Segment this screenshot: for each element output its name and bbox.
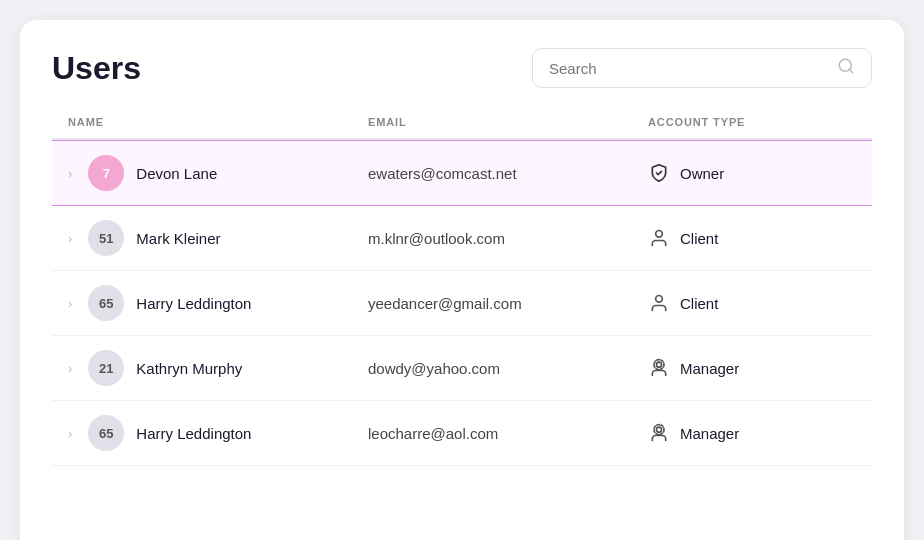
email-cell: m.klnr@outlook.com [368, 230, 648, 247]
user-name: Harry Leddington [136, 295, 251, 312]
col-account-type: ACCOUNT TYPE [648, 116, 856, 128]
table-row[interactable]: › 65 Harry Leddington leocharre@aol.com … [52, 401, 872, 466]
user-name: Devon Lane [136, 165, 217, 182]
account-type-label: Client [680, 230, 718, 247]
svg-point-2 [656, 231, 663, 238]
account-type-label: Manager [680, 360, 739, 377]
svg-point-7 [654, 425, 664, 435]
email-cell: dowdy@yahoo.com [368, 360, 648, 377]
svg-point-3 [656, 296, 663, 303]
col-name: NAME [68, 116, 368, 128]
name-cell: › 7 Devon Lane [68, 155, 368, 191]
svg-point-4 [657, 362, 662, 367]
chevron-icon: › [68, 231, 72, 246]
svg-point-6 [657, 427, 662, 432]
table-body: › 7 Devon Lane ewaters@comcast.net Owner… [52, 140, 872, 466]
table-row[interactable]: › 51 Mark Kleiner m.klnr@outlook.com Cli… [52, 206, 872, 271]
email-cell: ewaters@comcast.net [368, 165, 648, 182]
user-name: Harry Leddington [136, 425, 251, 442]
email-cell: yeedancer@gmail.com [368, 295, 648, 312]
search-icon [837, 57, 855, 79]
svg-line-1 [849, 69, 852, 72]
users-card: Users NAME EMAIL ACCOUNT TYPE › 7 Devon … [20, 20, 904, 540]
col-email: EMAIL [368, 116, 648, 128]
avatar: 65 [88, 415, 124, 451]
chevron-icon: › [68, 296, 72, 311]
name-cell: › 51 Mark Kleiner [68, 220, 368, 256]
account-type-label: Manager [680, 425, 739, 442]
chevron-icon: › [68, 426, 72, 441]
person-icon [648, 292, 670, 314]
person-icon [648, 227, 670, 249]
page-title: Users [52, 50, 141, 87]
shield-icon [648, 162, 670, 184]
email-cell: leocharre@aol.com [368, 425, 648, 442]
manager-icon [648, 422, 670, 444]
account-cell: Owner [648, 162, 856, 184]
avatar: 7 [88, 155, 124, 191]
name-cell: › 21 Kathryn Murphy [68, 350, 368, 386]
account-cell: Manager [648, 422, 856, 444]
search-box[interactable] [532, 48, 872, 88]
chevron-icon: › [68, 166, 72, 181]
chevron-icon: › [68, 361, 72, 376]
avatar: 65 [88, 285, 124, 321]
svg-point-5 [654, 360, 664, 370]
account-type-label: Client [680, 295, 718, 312]
page-header: Users [52, 48, 872, 88]
account-cell: Client [648, 227, 856, 249]
user-name: Kathryn Murphy [136, 360, 242, 377]
manager-icon [648, 357, 670, 379]
name-cell: › 65 Harry Leddington [68, 285, 368, 321]
avatar: 51 [88, 220, 124, 256]
user-name: Mark Kleiner [136, 230, 220, 247]
name-cell: › 65 Harry Leddington [68, 415, 368, 451]
table-row[interactable]: › 21 Kathryn Murphy dowdy@yahoo.com Mana… [52, 336, 872, 401]
table-header: NAME EMAIL ACCOUNT TYPE [52, 116, 872, 140]
account-cell: Client [648, 292, 856, 314]
table-row[interactable]: › 65 Harry Leddington yeedancer@gmail.co… [52, 271, 872, 336]
avatar: 21 [88, 350, 124, 386]
search-input[interactable] [549, 60, 837, 77]
table-row[interactable]: › 7 Devon Lane ewaters@comcast.net Owner [52, 140, 872, 206]
account-type-label: Owner [680, 165, 724, 182]
account-cell: Manager [648, 357, 856, 379]
